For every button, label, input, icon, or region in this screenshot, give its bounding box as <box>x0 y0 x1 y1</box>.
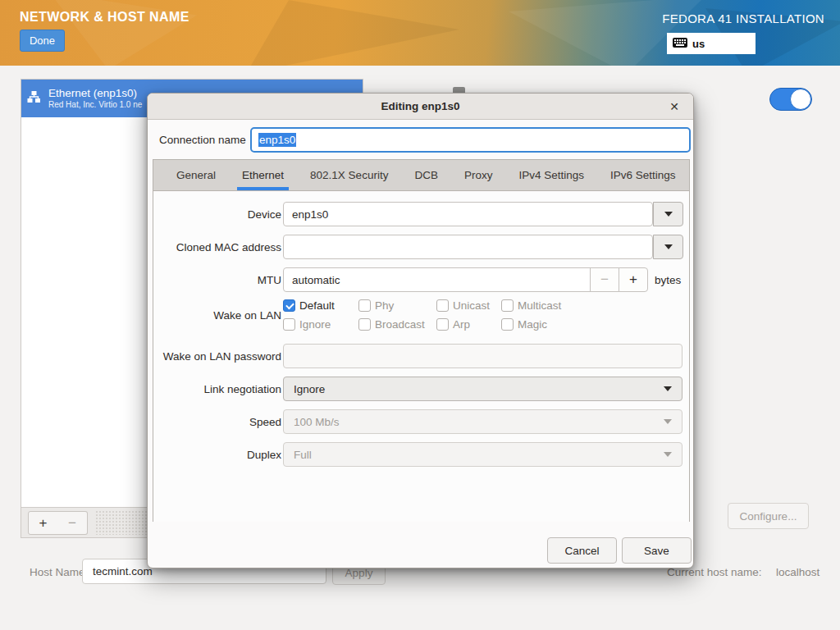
wol-option-multicast[interactable]: Multicast <box>501 296 561 315</box>
checkbox-icon[interactable] <box>501 318 514 331</box>
wol-option-unicast[interactable]: Unicast <box>436 296 501 315</box>
product-title: FEDORA 41 INSTALLATION <box>662 11 824 25</box>
wol-option-phy[interactable]: Phy <box>358 296 436 315</box>
checkbox-icon[interactable] <box>358 299 371 312</box>
cloned-mac-dropdown-button[interactable] <box>653 235 683 259</box>
device-title: Ethernet (enp1s0) <box>48 87 142 100</box>
close-icon[interactable]: ✕ <box>665 98 683 116</box>
cloned-mac-input[interactable] <box>283 235 653 259</box>
tab-ethernet[interactable]: Ethernet <box>229 160 297 190</box>
editing-connection-dialog: Editing enp1s0 ✕ Connection name enp1s0 … <box>147 93 694 568</box>
duplex-row: Duplex Full <box>153 442 689 467</box>
tab-proxy[interactable]: Proxy <box>451 160 506 190</box>
speed-dropdown: 100 Mb/s <box>283 409 682 434</box>
chevron-down-icon <box>664 419 672 424</box>
selected-text: enp1s0 <box>258 133 296 147</box>
wol-password-label: Wake on LAN password <box>163 344 281 368</box>
device-row: Device enp1s0 <box>153 202 689 226</box>
dialog-title: Editing enp1s0 <box>381 100 459 112</box>
device-dropdown-button[interactable] <box>653 202 683 226</box>
settings-notebook: General Ethernet 802.1X Security DCB Pro… <box>153 159 690 522</box>
wake-on-lan-row: Wake on LAN Default Phy Unicast Multicas… <box>153 296 689 334</box>
link-negotiation-label: Link negotiation <box>203 377 281 401</box>
wol-password-input[interactable] <box>283 344 682 368</box>
mtu-decrement-button[interactable]: − <box>590 267 619 292</box>
device-input[interactable]: enp1s0 <box>283 202 653 226</box>
host-name-label: Host Name: <box>30 566 88 578</box>
duplex-label: Duplex <box>247 442 281 467</box>
chevron-down-icon <box>664 452 672 457</box>
speed-label: Speed <box>249 409 281 434</box>
device-enabled-toggle[interactable] <box>769 88 812 111</box>
checkbox-icon[interactable] <box>436 318 449 331</box>
duplex-dropdown: Full <box>283 442 682 467</box>
checkbox-icon[interactable] <box>358 318 371 331</box>
checkbox-icon[interactable] <box>436 299 449 312</box>
mtu-increment-button[interactable]: + <box>619 267 648 292</box>
speed-row: Speed 100 Mb/s <box>153 409 689 434</box>
checkbox-checked-icon[interactable] <box>283 299 295 312</box>
installer-header: NETWORK & HOST NAME Done FEDORA 41 INSTA… <box>0 0 840 66</box>
cancel-button[interactable]: Cancel <box>547 537 617 564</box>
tab-8021x-security[interactable]: 802.1X Security <box>297 160 401 190</box>
ethernet-tab-content: Device enp1s0 Cloned MAC address MTU aut… <box>153 192 689 522</box>
configure-button[interactable]: Configure... <box>728 503 809 529</box>
checkbox-icon[interactable] <box>283 318 295 331</box>
mtu-unit-label: bytes <box>655 267 681 292</box>
tab-ipv4-settings[interactable]: IPv4 Settings <box>505 160 597 190</box>
device-label: Device <box>248 202 281 226</box>
tab-general[interactable]: General <box>163 160 229 190</box>
checkbox-icon[interactable] <box>501 299 514 312</box>
chevron-down-icon <box>664 386 672 391</box>
keyboard-icon <box>673 36 687 51</box>
remove-device-button[interactable]: − <box>57 511 88 535</box>
save-button[interactable]: Save <box>622 537 692 564</box>
current-host-name-value: localhost <box>776 566 819 578</box>
chevron-down-icon <box>664 244 673 249</box>
wol-option-magic[interactable]: Magic <box>501 315 561 334</box>
add-device-button[interactable]: + <box>28 511 58 535</box>
wol-option-default[interactable]: Default <box>283 296 358 315</box>
tab-dcb[interactable]: DCB <box>401 160 451 190</box>
connection-name-label: Connection name <box>159 134 246 146</box>
mtu-label: MTU <box>258 267 281 292</box>
keyboard-layout-code: us <box>692 38 705 50</box>
header-texture <box>246 0 459 66</box>
connection-name-input[interactable]: enp1s0 <box>250 127 691 153</box>
ethernet-network-icon <box>27 90 41 107</box>
toggle-knob <box>790 89 811 110</box>
link-negotiation-row: Link negotiation Ignore <box>153 377 689 401</box>
keyboard-layout-indicator[interactable]: us <box>667 33 756 54</box>
cloned-mac-row: Cloned MAC address <box>153 235 689 259</box>
wake-on-lan-label: Wake on LAN <box>213 296 281 334</box>
cloned-mac-label: Cloned MAC address <box>176 235 281 259</box>
tab-ipv6-settings[interactable]: IPv6 Settings <box>597 160 689 190</box>
tab-bar: General Ethernet 802.1X Security DCB Pro… <box>153 160 689 191</box>
mtu-row: MTU automatic − + bytes <box>153 267 689 292</box>
wol-option-arp[interactable]: Arp <box>436 315 501 334</box>
dialog-titlebar[interactable]: Editing enp1s0 ✕ <box>148 94 693 120</box>
device-subtitle: Red Hat, Inc. Virtio 1.0 ne <box>48 100 142 110</box>
wol-password-row: Wake on LAN password <box>153 344 689 368</box>
mtu-input[interactable]: automatic <box>283 267 591 292</box>
chevron-down-icon <box>664 212 673 217</box>
wol-option-ignore[interactable]: Ignore <box>283 315 358 334</box>
link-negotiation-dropdown[interactable]: Ignore <box>283 377 682 401</box>
wake-on-lan-options: Default Phy Unicast Multicast Ignore Bro… <box>283 296 561 334</box>
wol-option-broadcast[interactable]: Broadcast <box>358 315 436 334</box>
page-title: NETWORK & HOST NAME <box>20 10 189 25</box>
connection-name-row: Connection name enp1s0 <box>148 127 693 153</box>
done-button[interactable]: Done <box>20 30 65 52</box>
